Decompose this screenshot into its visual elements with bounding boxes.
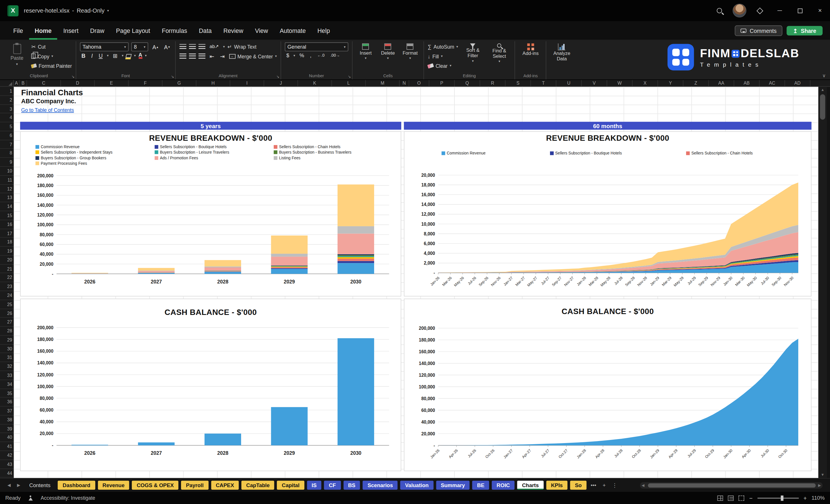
section-header-5-years[interactable]: 5 years xyxy=(20,122,401,130)
menu-tab-view[interactable]: View xyxy=(249,21,274,40)
fill-button[interactable]: ↓Fill▾ xyxy=(427,52,458,60)
row-header-36[interactable]: 36 xyxy=(0,398,14,407)
sheet-grid[interactable]: Financial Charts ABC Company Inc. Go to … xyxy=(14,87,818,478)
menu-tab-data[interactable]: Data xyxy=(193,21,218,40)
format-cells-button[interactable]: Format▾ xyxy=(401,42,420,73)
zoom-slider-thumb[interactable] xyxy=(780,495,783,501)
column-header-AD[interactable]: AD xyxy=(785,80,810,87)
column-header-D[interactable]: D xyxy=(61,80,95,87)
sheet-tab-payroll[interactable]: Payroll xyxy=(181,481,208,490)
insert-cells-button[interactable]: Insert▾ xyxy=(356,42,375,73)
column-header-F[interactable]: F xyxy=(129,80,162,87)
menu-tab-home[interactable]: Home xyxy=(29,21,58,40)
minimize-button[interactable]: ─ xyxy=(770,0,790,21)
column-header-AC[interactable]: AC xyxy=(760,80,785,87)
menu-tab-insert[interactable]: Insert xyxy=(58,21,84,40)
row-header-44[interactable]: 44 xyxy=(0,469,14,478)
menu-tab-formulas[interactable]: Formulas xyxy=(156,21,193,40)
font-color-button[interactable]: A xyxy=(138,52,142,59)
cut-button[interactable]: ✂Cut xyxy=(31,42,72,51)
column-header-U[interactable]: U xyxy=(556,80,582,87)
column-header-X[interactable]: X xyxy=(633,80,658,87)
align-top-icon[interactable] xyxy=(179,44,186,50)
zoom-slider[interactable] xyxy=(757,497,799,499)
row-header-26[interactable]: 26 xyxy=(0,309,14,318)
column-header-Q[interactable]: Q xyxy=(455,80,480,87)
increase-font-size-button[interactable]: A▴ xyxy=(151,44,160,50)
row-header-2[interactable]: 2 xyxy=(0,96,14,105)
sheet-tab-dashboard[interactable]: Dashboard xyxy=(58,481,95,490)
more-sheets-button[interactable]: ••• xyxy=(588,482,598,488)
row-header-23[interactable]: 23 xyxy=(0,282,14,291)
row-header-7[interactable]: 7 xyxy=(0,140,14,149)
sheet-tab-kpis[interactable]: KPIs xyxy=(546,481,568,490)
row-header-18[interactable]: 18 xyxy=(0,238,14,247)
zoom-out-button[interactable]: − xyxy=(749,495,753,501)
row-header-22[interactable]: 22 xyxy=(0,274,14,282)
prev-sheet-button[interactable]: ◀ xyxy=(5,483,13,488)
sheet-tab-bs[interactable]: BS xyxy=(343,481,360,490)
column-header-V[interactable]: V xyxy=(582,80,607,87)
row-header-17[interactable]: 17 xyxy=(0,229,14,238)
bold-button[interactable]: B xyxy=(80,52,87,59)
zoom-in-button[interactable]: + xyxy=(803,495,807,501)
dialog-launcher-icon[interactable]: ↘ xyxy=(276,75,280,79)
scroll-left-icon[interactable]: ◀ xyxy=(640,483,646,488)
column-header-L[interactable]: L xyxy=(332,80,365,87)
align-left-icon[interactable] xyxy=(179,54,186,59)
addins-button[interactable]: Add-ins xyxy=(519,42,542,73)
column-header-Z[interactable]: Z xyxy=(683,80,709,87)
collapse-ribbon-icon[interactable]: ∨ xyxy=(822,73,826,78)
row-header-40[interactable]: 40 xyxy=(0,433,14,442)
sheet-tab-charts[interactable]: Charts xyxy=(517,481,544,490)
percent-format-button[interactable]: % xyxy=(298,52,306,58)
font-size-select[interactable]: 8▾ xyxy=(131,42,148,51)
font-name-select[interactable]: Tahoma▾ xyxy=(80,42,128,51)
row-header-32[interactable]: 32 xyxy=(0,362,14,371)
borders-button[interactable]: ⊞ xyxy=(111,52,119,59)
currency-format-button[interactable]: $ xyxy=(285,52,291,58)
align-center-icon[interactable] xyxy=(189,54,196,59)
column-header-AB[interactable]: AB xyxy=(734,80,760,87)
decrease-decimal-button[interactable]: .00→ xyxy=(329,53,342,58)
row-header-6[interactable]: 6 xyxy=(0,131,14,140)
row-header-16[interactable]: 16 xyxy=(0,220,14,229)
decrease-indent-button[interactable]: ⇤ xyxy=(208,53,216,59)
column-header-J[interactable]: J xyxy=(264,80,298,87)
column-header-Y[interactable]: Y xyxy=(658,80,683,87)
column-header-I[interactable]: I xyxy=(230,80,264,87)
page-break-view-icon[interactable] xyxy=(738,495,744,501)
menu-tab-automate[interactable]: Automate xyxy=(274,21,312,40)
sheet-tab-cogs-opex[interactable]: COGS & OPEX xyxy=(132,481,179,490)
scroll-right-icon[interactable]: ▶ xyxy=(817,483,823,488)
increase-decimal-button[interactable]: ←.0 xyxy=(316,53,326,58)
chart-cash-balance-60-months[interactable]: CASH BALANCE - $'000 -20,00040,00060,000… xyxy=(404,298,811,471)
menu-tab-help[interactable]: Help xyxy=(312,21,336,40)
sheet-menu-button[interactable]: ⋮ xyxy=(610,482,619,488)
chart-revenue-breakdown-5-years[interactable]: REVENUE BREAKDOWN - $'000 Commission Rev… xyxy=(20,131,401,296)
row-header-30[interactable]: 30 xyxy=(0,344,14,353)
decrease-font-size-button[interactable]: A▾ xyxy=(162,44,171,50)
row-header-39[interactable]: 39 xyxy=(0,424,14,433)
number-format-select[interactable]: General▾ xyxy=(285,42,348,51)
sheet-tab-capital[interactable]: Capital xyxy=(277,481,304,490)
row-header-13[interactable]: 13 xyxy=(0,193,14,202)
share-button[interactable]: ↥ Share xyxy=(787,26,823,35)
sheet-tab-contents[interactable]: Contents xyxy=(25,481,55,490)
scroll-up-icon[interactable]: ▲ xyxy=(821,87,825,93)
row-header-14[interactable]: 14 xyxy=(0,202,14,211)
page-layout-view-icon[interactable] xyxy=(728,495,734,501)
column-header-E[interactable]: E xyxy=(95,80,128,87)
column-header-W[interactable]: W xyxy=(607,80,633,87)
row-header-8[interactable]: 8 xyxy=(0,149,14,158)
sheet-tab-cf[interactable]: CF xyxy=(324,481,341,490)
column-header-B[interactable]: B xyxy=(20,80,27,87)
column-header-N[interactable]: N xyxy=(400,80,409,87)
add-sheet-button[interactable]: + xyxy=(601,482,608,488)
row-header-33[interactable]: 33 xyxy=(0,371,14,380)
horizontal-scrollbar-thumb[interactable] xyxy=(648,483,816,488)
column-header-R[interactable]: R xyxy=(480,80,506,87)
row-header-43[interactable]: 43 xyxy=(0,460,14,469)
comma-format-button[interactable]: , xyxy=(308,52,313,58)
vertical-scrollbar[interactable]: ▲ ▼ xyxy=(818,87,827,478)
